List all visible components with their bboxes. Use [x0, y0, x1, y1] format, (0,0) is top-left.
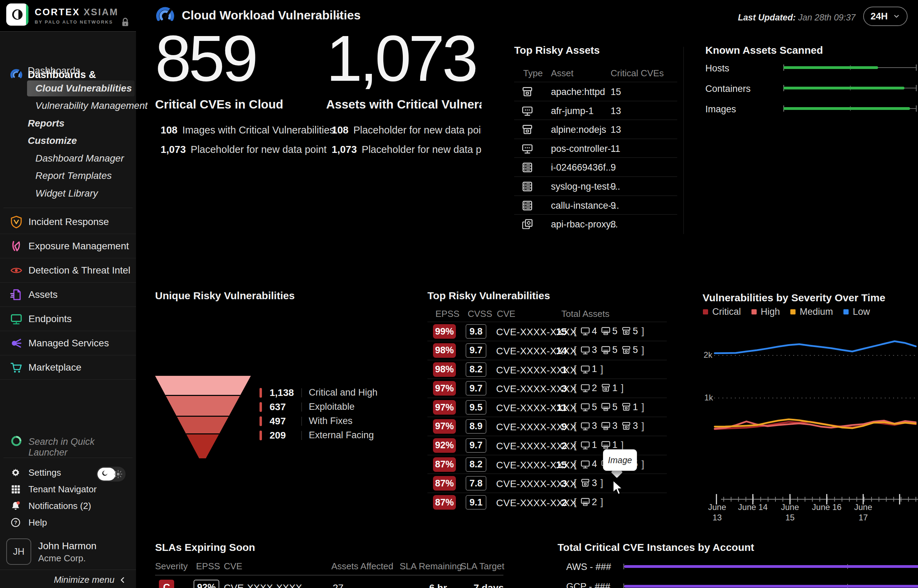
- legend-item[interactable]: Critical: [703, 307, 741, 317]
- cve-id: CVE-XXXX-XXXX: [224, 582, 302, 588]
- last-updated: Last Updated: Jan 28th 09:37: [738, 13, 856, 23]
- avatar[interactable]: JH: [6, 538, 31, 565]
- search-placeholder: Search in Quick Launcher: [28, 436, 136, 458]
- epss-badge: 97%: [433, 419, 456, 434]
- sidebar-nav-item[interactable]: Detection & Threat Intel: [0, 258, 136, 283]
- gauge-row: Containers: [705, 79, 918, 99]
- total-assets-count: 14: [551, 345, 567, 356]
- asset-type-icon: [521, 105, 534, 117]
- asset-kind-icon: [621, 345, 631, 355]
- legend-item[interactable]: Medium: [790, 307, 833, 317]
- sidebar-nav-item[interactable]: Exposure Management: [0, 234, 136, 258]
- asset-breakdown: [ 4 5 5 ]: [574, 326, 644, 337]
- table-row[interactable]: 99% 9.8 CVE-XXXX-XXXX 15 [ 4 5 5 ]: [427, 322, 667, 341]
- epss-box: 92%: [194, 580, 219, 588]
- funnel-legend-row: 1,138 Critical and High: [259, 386, 377, 400]
- table-row[interactable]: 87% 9.1 CVE-XXXX-XXXX 2 [ 2 ]: [427, 493, 667, 512]
- asset-kind-icon: [580, 383, 591, 393]
- sidebar-item-tenant-navigator[interactable]: Tenant Navigator: [0, 481, 136, 498]
- table-header: Type Asset Critical CVEs: [514, 68, 677, 82]
- stat-label: Critical CVEs in Cloud: [155, 97, 318, 111]
- sidebar-submenu-item[interactable]: Vulnerability Management: [0, 97, 136, 115]
- funnel-chart: [155, 376, 251, 458]
- sidebar-panel: Dashboards & Reports Dashboards Cloud Vu…: [0, 31, 136, 588]
- asset-type-icon: [521, 180, 534, 193]
- funnel-segment[interactable]: [155, 435, 251, 458]
- table-row[interactable]: 87% 7.8 CVE-XXXX-XXXX 3 [ 3 ]: [427, 473, 667, 493]
- cvss-score-box: 9.7: [466, 381, 486, 396]
- sidebar-nav-item[interactable]: Managed Services: [0, 331, 136, 355]
- x-axis-label: June 13: [707, 502, 727, 523]
- widget-title-severity-over-time: Vulnerabilities by Severity Over Time: [703, 292, 886, 304]
- cvss-score-box: 8.9: [466, 419, 486, 434]
- table-row[interactable]: alpine:nodejs 13: [514, 120, 677, 139]
- sidebar-nav-item[interactable]: Endpoints: [0, 307, 136, 331]
- asset-kind-icon: [580, 421, 591, 431]
- legend-swatch: [844, 309, 848, 315]
- sidebar-nav-item[interactable]: Incident Response: [0, 210, 136, 234]
- epss-badge: 87%: [433, 457, 456, 472]
- table-row[interactable]: C 92% CVE-XXXX-XXXX 27 6 hr 7 days: [155, 578, 505, 588]
- table-row[interactable]: 97% 9.7 CVE-XXXX-XXXX 3 [ 2 1 ]: [427, 379, 667, 397]
- time-range-selector[interactable]: 24H: [863, 6, 908, 26]
- table-row[interactable]: syslog-ng-test-... 9: [514, 176, 677, 195]
- legend-item[interactable]: High: [751, 307, 780, 317]
- legend-marker: [259, 417, 262, 426]
- asset-breakdown: [ 1 1 ]: [574, 439, 624, 451]
- sidebar-submenu-item[interactable]: Reports: [0, 115, 136, 132]
- severity-line-chart: [701, 322, 918, 506]
- sidebar-header: CORTEX XSIAM BY PALO ALTO NETWORKS: [0, 0, 136, 31]
- asset-type-icon: [521, 218, 534, 231]
- sidebar-item-notifications[interactable]: Notifications (2): [0, 498, 136, 514]
- table-row[interactable]: afr-jump-1 13: [514, 101, 677, 120]
- gauge-fill: [784, 87, 905, 89]
- title-chevron-down-icon[interactable]: [334, 13, 343, 22]
- table-row[interactable]: i-024669436f... 9: [514, 157, 677, 176]
- table-row[interactable]: 97% 8.9 CVE-XXXX-XXXX 9 [ 3 3 3 ]: [427, 417, 667, 436]
- theme-toggle[interactable]: [96, 467, 126, 481]
- minimize-menu-button[interactable]: Minimize menu: [54, 575, 127, 585]
- cvss-score-box: 7.8: [466, 476, 486, 491]
- x-axis-label: June 15: [780, 502, 800, 523]
- sidebar-submenu-item[interactable]: Cloud Vulnerabilities: [0, 80, 136, 97]
- sidebar-submenu-item[interactable]: Dashboards: [0, 62, 136, 80]
- sidebar-submenu-item[interactable]: Report Templates: [0, 167, 136, 185]
- cvss-score-box: 9.5: [466, 400, 486, 415]
- gauge-fill: [784, 107, 910, 110]
- table-row[interactable]: pos-controller-... 11: [514, 139, 677, 158]
- table-row[interactable]: api-rbac-proxy... 8: [514, 214, 677, 233]
- sidebar-item-help[interactable]: Help: [0, 514, 136, 531]
- asset-breakdown: [ 3 ]: [574, 477, 603, 488]
- sidebar-nav-item[interactable]: Assets: [0, 283, 136, 307]
- table-row[interactable]: 98% 9.7 CVE-XXXX-XXXX 14 [ 3 5 5 ]: [427, 341, 667, 360]
- tooltip: Image: [603, 449, 637, 471]
- sidebar-submenu-item[interactable]: Widget Library: [0, 185, 136, 202]
- brand-text: CORTEX XSIAM: [35, 7, 119, 18]
- sidebar-nav-item[interactable]: Marketplace: [0, 355, 136, 380]
- table-row[interactable]: apache:httpd 15: [514, 82, 677, 101]
- sidebar-submenu-item[interactable]: Customize: [0, 132, 136, 150]
- epss-badge: 99%: [433, 324, 456, 339]
- account-bar-row: AWS - ###: [557, 557, 918, 577]
- bar-fill: [624, 585, 918, 588]
- widget-title-slas-expiring: SLAs Expiring Soon: [155, 541, 255, 553]
- funnel-segment[interactable]: [155, 417, 251, 435]
- divider: [0, 570, 136, 570]
- gauge-fill: [784, 66, 878, 69]
- quick-launcher-search[interactable]: Search in Quick Launcher: [0, 430, 136, 453]
- funnel-segment[interactable]: [155, 396, 251, 417]
- sun-icon: [113, 469, 123, 479]
- table-row[interactable]: 98% 8.2 CVE-XXXX-XXXX 1 [ 1 ]: [427, 360, 667, 379]
- top-risky-assets-table: apache:httpd 15 afr-jump-1 13 alpine:nod…: [514, 82, 677, 233]
- funnel-segment[interactable]: [155, 376, 251, 396]
- legend-swatch: [751, 309, 757, 315]
- x-axis-label: June 16: [808, 502, 846, 512]
- sidebar-submenu: Dashboards Cloud Vulnerabilities Vulnera…: [0, 62, 136, 202]
- table-row[interactable]: 97% 9.5 CVE-XXXX-XXXX 11 [ 5 5 1 ]: [427, 397, 667, 417]
- table-row[interactable]: callu-instance-... 9: [514, 195, 677, 215]
- bar-fill: [624, 565, 918, 568]
- gauge-row: Images: [705, 99, 918, 120]
- legend-item[interactable]: Low: [844, 307, 870, 317]
- sidebar-submenu-item[interactable]: Dashboard Manager: [0, 150, 136, 168]
- asset-kind-icon: [621, 326, 631, 336]
